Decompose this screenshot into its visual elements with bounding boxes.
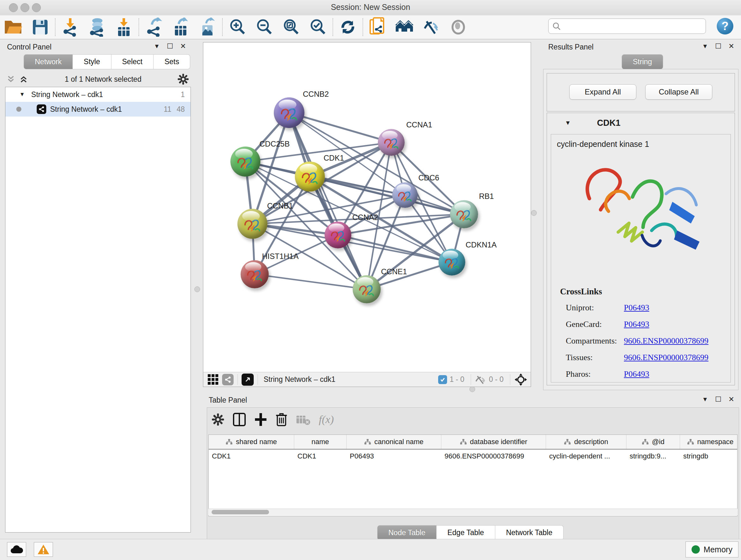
- expand-all-chevron-icon[interactable]: [6, 75, 16, 83]
- table-options-gear-icon[interactable]: [212, 413, 224, 426]
- collapse-all-chevron-icon[interactable]: [19, 75, 29, 83]
- column-header-description[interactable]: description: [546, 435, 626, 449]
- network-options-gear-icon[interactable]: [178, 73, 189, 85]
- close-panel-icon[interactable]: ✕: [729, 42, 734, 51]
- node-CDKN1A[interactable]: [439, 249, 465, 275]
- column-header-shared-name[interactable]: shared name: [209, 435, 294, 449]
- table-row[interactable]: CDK1CDK1P064939606.ENSP00000378699cyclin…: [209, 449, 737, 463]
- hide-panels-eye-icon[interactable]: [418, 17, 445, 37]
- crosslink-link[interactable]: P06493: [624, 369, 649, 379]
- import-network-database-icon[interactable]: [84, 17, 111, 37]
- help-icon[interactable]: ?: [717, 18, 733, 35]
- search-field[interactable]: [548, 18, 706, 34]
- collapse-panel-icon[interactable]: ▼: [702, 43, 708, 50]
- float-panel-icon[interactable]: ☐: [715, 42, 722, 51]
- grid-view-icon[interactable]: [208, 374, 218, 385]
- node-CCNA2[interactable]: [325, 222, 351, 248]
- right-splitter-handle[interactable]: [531, 210, 537, 216]
- left-splitter-handle[interactable]: [194, 287, 200, 292]
- horizontal-scrollbar[interactable]: [208, 509, 738, 515]
- entry-header[interactable]: ▼ CDK1: [547, 113, 735, 133]
- warning-status-button[interactable]: [34, 542, 53, 557]
- table-cell[interactable]: cyclin-dependent ...: [546, 449, 626, 463]
- network-canvas[interactable]: CCNB2CCNA1CDC25BCDK1CDC6RB1CCNB1CCNA2CDK…: [203, 42, 531, 387]
- collapse-all-button[interactable]: Collapse All: [645, 84, 712, 100]
- horizontal-splitter-handle[interactable]: [469, 386, 475, 392]
- node-CCNE1[interactable]: [353, 275, 381, 303]
- node-RB1[interactable]: [450, 200, 478, 228]
- detach-view-icon[interactable]: [242, 374, 254, 386]
- delete-column-trash-icon[interactable]: [275, 412, 287, 427]
- import-network-file-icon[interactable]: [57, 17, 84, 37]
- column-header-canonical-name[interactable]: canonical name: [347, 435, 441, 449]
- node-CCNA1[interactable]: [378, 129, 405, 156]
- column-header-database-identifier[interactable]: database identifier: [441, 435, 546, 449]
- crosslink-link[interactable]: 9606.ENSP00000378699: [624, 353, 709, 362]
- network-row[interactable]: String Network – cdk1 11 48: [5, 102, 191, 117]
- refresh-icon[interactable]: [334, 17, 361, 37]
- table-cell[interactable]: CDK1: [294, 449, 347, 463]
- open-folder-icon[interactable]: [0, 17, 27, 37]
- tab-network-table[interactable]: Network Table: [495, 525, 563, 540]
- tab-sets[interactable]: Sets: [153, 54, 190, 69]
- zoom-out-icon[interactable]: [251, 17, 278, 37]
- scrollbar-thumb[interactable]: [212, 510, 269, 514]
- column-header-namespace[interactable]: namespace: [680, 435, 738, 449]
- network-birdseye-icon[interactable]: [222, 374, 233, 385]
- table-cell[interactable]: P06493: [347, 449, 441, 463]
- cloud-status-button[interactable]: [7, 542, 26, 557]
- node-CDC25B[interactable]: [230, 146, 260, 177]
- show-columns-icon[interactable]: [232, 413, 246, 427]
- tab-edge-table[interactable]: Edge Table: [436, 525, 495, 540]
- entry-expand-icon[interactable]: ▼: [565, 119, 571, 126]
- column-header-name[interactable]: name: [294, 435, 347, 449]
- table-cell[interactable]: CDK1: [209, 449, 294, 463]
- export-table-icon[interactable]: [167, 17, 194, 37]
- close-panel-icon[interactable]: ✕: [729, 395, 734, 403]
- float-panel-icon[interactable]: ☐: [715, 395, 722, 403]
- tab-node-table[interactable]: Node Table: [377, 525, 436, 540]
- tab-network[interactable]: Network: [23, 54, 73, 69]
- edge-CCNE1-HIST1H1A[interactable]: [255, 274, 367, 289]
- center-view-crosshair-icon[interactable]: [514, 373, 528, 386]
- namespace-icon: [687, 439, 694, 445]
- tab-select[interactable]: Select: [111, 54, 154, 69]
- session-home-icon[interactable]: [391, 17, 418, 37]
- export-network-icon[interactable]: [140, 17, 167, 37]
- zoom-selected-icon[interactable]: [305, 17, 331, 37]
- crosslink-link[interactable]: P06493: [624, 303, 649, 313]
- manage-networks-icon[interactable]: [364, 17, 391, 37]
- add-column-icon[interactable]: [254, 413, 267, 427]
- collapse-panel-icon[interactable]: ▼: [702, 396, 708, 403]
- float-panel-icon[interactable]: ☐: [167, 42, 173, 51]
- expand-all-button[interactable]: Expand All: [569, 84, 636, 100]
- zoom-fit-icon[interactable]: [278, 17, 305, 37]
- table-cell[interactable]: stringdb: [680, 449, 738, 463]
- table-cell[interactable]: stringdb:9...: [626, 449, 680, 463]
- tab-style[interactable]: Style: [73, 54, 111, 69]
- memory-button[interactable]: Memory: [685, 542, 738, 557]
- crosslink-link[interactable]: P06493: [624, 320, 649, 329]
- tab-string[interactable]: String: [622, 54, 663, 69]
- edge-CCNA2-CDKN1A[interactable]: [338, 235, 452, 262]
- search-input[interactable]: [561, 22, 696, 30]
- selected-checkbox-icon[interactable]: [438, 375, 447, 384]
- zoom-in-icon[interactable]: [224, 17, 251, 37]
- table-cell[interactable]: 9606.ENSP00000378699: [441, 449, 546, 463]
- edge-CCNB2-CCNE1[interactable]: [289, 113, 367, 289]
- node-CCNB1[interactable]: [238, 209, 267, 239]
- node-HIST1H1A[interactable]: [241, 260, 269, 288]
- collapse-panel-icon[interactable]: ▼: [154, 43, 160, 50]
- node-CCNB2[interactable]: [274, 98, 305, 128]
- crosslink-link[interactable]: 9606.ENSP00000378699: [624, 336, 709, 346]
- save-session-icon[interactable]: [27, 17, 54, 37]
- import-table-file-icon[interactable]: [111, 17, 137, 37]
- node-CDC6[interactable]: [392, 182, 418, 208]
- export-image-icon[interactable]: [194, 17, 221, 37]
- column-header-@id[interactable]: @id: [626, 435, 680, 449]
- network-collection-row[interactable]: ▼ String Network – cdk1 1: [5, 87, 191, 102]
- close-panel-icon[interactable]: ✕: [180, 42, 186, 51]
- collection-expand-icon[interactable]: ▼: [19, 91, 25, 98]
- node-CDK1[interactable]: [295, 162, 325, 192]
- edge-CCNB2-CCNA1[interactable]: [289, 113, 391, 142]
